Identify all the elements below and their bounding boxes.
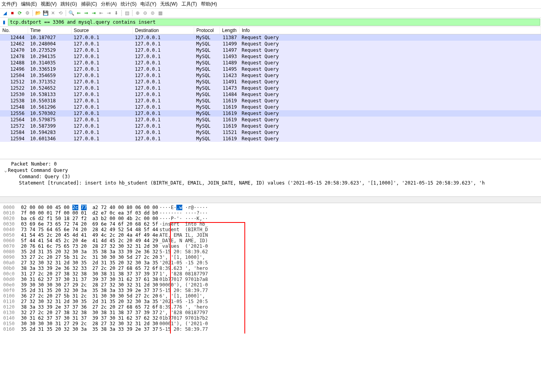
packet-row[interactable]: 1252210.524652127.0.0.1127.0.0.1MySQL114…: [0, 85, 541, 91]
packet-bytes-pane[interactable]: 000002 00 00 00 45 00 2c 77 a2 72 40 00 …: [0, 203, 541, 334]
hex-row[interactable]: 00b038 3a 33 39 2e 36 32 33 27 2c 20 27 …: [3, 266, 538, 271]
packet-details-pane[interactable]: Packet Number: 0 ⌄Request Command Query …: [0, 159, 541, 197]
hex-row[interactable]: 005041 54 45 2c 20 45 4d 41 49 4c 2c 20 …: [3, 232, 538, 238]
packet-row[interactable]: 1249610.336519127.0.0.1127.0.0.1MySQL114…: [0, 66, 541, 72]
menu-tools[interactable]: 工具(T): [182, 1, 197, 8]
packet-row[interactable]: 1250410.354659127.0.0.1127.0.0.1MySQL114…: [0, 72, 541, 79]
hex-row[interactable]: 00a027 32 30 32 31 2d 30 35 2d 31 35 20 …: [3, 260, 538, 266]
hex-row[interactable]: 0020ba c6 d2 f1 50 18 27 f2 a3 b2 00 00 …: [3, 216, 538, 221]
zoom-out-icon[interactable]: ⊖: [142, 10, 148, 16]
reload-icon[interactable]: ⟲: [57, 10, 64, 16]
column-header-destination[interactable]: Destination: [132, 27, 194, 34]
cell-protocol: MySQL: [194, 85, 219, 91]
toolbar-separator: [132, 10, 132, 16]
hex-row[interactable]: 015030 30 30 30 31 27 29 2c 28 27 32 30 …: [3, 321, 538, 326]
packet-row[interactable]: 1255610.570302127.0.0.1127.0.0.1MySQL116…: [0, 110, 541, 117]
packet-row[interactable]: 1258410.594283127.0.0.1127.0.0.1MySQL115…: [0, 129, 541, 136]
cell-info: Request Query: [239, 72, 541, 79]
hex-row[interactable]: 010036 27 2c 20 27 5b 31 2c 31 30 30 30 …: [3, 293, 538, 299]
go-back-icon[interactable]: ⇐: [76, 10, 82, 16]
hex-row[interactable]: 009033 27 2c 20 27 5b 31 2c 31 30 30 30 …: [3, 254, 538, 260]
go-last-icon[interactable]: ⇥: [106, 10, 112, 16]
packet-row[interactable]: 1247810.294135127.0.0.1127.0.0.1MySQL114…: [0, 53, 541, 60]
packet-row[interactable]: 1257210.587399127.0.0.1127.0.0.1MySQL116…: [0, 123, 541, 129]
packet-row[interactable]: 1253010.538133127.0.0.1127.0.0.1MySQL114…: [0, 91, 541, 98]
packet-row[interactable]: 1248810.314035127.0.0.1127.0.0.1MySQL114…: [0, 60, 541, 66]
hex-row[interactable]: 004073 74 75 64 65 6e 74 20 28 42 49 52 …: [3, 227, 538, 232]
hex-row[interactable]: 008035 2d 31 35 20 32 30 3a 35 38 3a 33 …: [3, 249, 538, 254]
restart-capture-icon[interactable]: ⟳: [17, 10, 23, 16]
column-header-source[interactable]: Source: [71, 27, 132, 34]
packet-row[interactable]: 1256410.579875127.0.0.1127.0.0.1MySQL116…: [0, 117, 541, 123]
menu-help[interactable]: 帮助(H): [201, 1, 217, 8]
packet-row[interactable]: 1254810.561296127.0.0.1127.0.0.1MySQL116…: [0, 104, 541, 110]
tree-toggle-icon[interactable]: ⌄: [3, 168, 8, 173]
detail-statement[interactable]: Statement [truncated]: insert into hb_st…: [3, 180, 538, 186]
zoom-in-icon[interactable]: ⊕: [134, 10, 141, 16]
bookmark-filter-icon[interactable]: ▮: [1, 19, 7, 25]
save-file-icon[interactable]: 💾: [42, 10, 49, 16]
cell-destination: 127.0.0.1: [132, 41, 194, 47]
hex-ascii: 1', '828 08187797: [159, 271, 208, 277]
colorize-icon[interactable]: ▤: [124, 10, 130, 16]
menu-file[interactable]: 文件(F): [2, 1, 17, 8]
cell-no: 12548: [0, 104, 28, 110]
hex-row[interactable]: 012038 3a 33 39 2e 37 37 36 27 2c 20 27 …: [3, 304, 538, 310]
detail-request-command[interactable]: ⌄Request Command Query: [3, 167, 538, 173]
hex-row[interactable]: 00e039 30 30 30 30 27 29 2c 28 27 32 30 …: [3, 282, 538, 288]
go-first-icon[interactable]: ⇤: [98, 10, 104, 16]
column-header-info[interactable]: Info: [239, 27, 541, 34]
packet-row[interactable]: 1259410.601346127.0.0.1127.0.0.1MySQL116…: [0, 136, 541, 142]
hex-row[interactable]: 00f035 2d 31 35 20 32 30 3a 35 38 3a 33 …: [3, 288, 538, 293]
cell-no: 12496: [0, 66, 28, 72]
hex-offset: 00e0: [3, 282, 21, 288]
packet-row[interactable]: 1244410.187027127.0.0.1127.0.0.1MySQL113…: [0, 34, 541, 41]
menu-telephony[interactable]: 电话(Y): [140, 1, 156, 8]
cell-destination: 127.0.0.1: [132, 91, 194, 98]
hex-row[interactable]: 00605f 44 41 54 45 2c 20 4e 41 4d 45 2c …: [3, 238, 538, 243]
menu-edit[interactable]: 编辑(E): [21, 1, 37, 8]
capture-options-icon[interactable]: ⚙: [24, 10, 30, 16]
hex-row[interactable]: 007020 76 61 6c 75 65 73 20 28 27 32 30 …: [3, 243, 538, 249]
menu-capture[interactable]: 捕获(C): [81, 1, 97, 8]
hex-row[interactable]: 00107f 00 00 01 7f 00 00 01 d2 e7 0c ea …: [3, 210, 538, 216]
open-file-icon[interactable]: 📂: [35, 10, 41, 16]
auto-scroll-icon[interactable]: ⬇: [113, 10, 119, 16]
packet-row[interactable]: 1247010.273529127.0.0.1127.0.0.1MySQL114…: [0, 47, 541, 53]
hex-row[interactable]: 011027 32 30 32 31 2d 30 35 2d 31 35 20 …: [3, 299, 538, 304]
menu-analyze[interactable]: 分析(A): [101, 1, 117, 8]
column-header-time[interactable]: Time: [28, 27, 71, 34]
hex-row[interactable]: 013032 27 2c 20 27 38 32 38 30 38 31 38 …: [3, 310, 538, 315]
start-capture-icon[interactable]: ◢: [2, 10, 8, 16]
packet-row[interactable]: 1251210.371352127.0.0.1127.0.0.1MySQL114…: [0, 79, 541, 85]
hex-row[interactable]: 003003 69 6e 73 65 72 74 20 69 6e 74 6f …: [3, 221, 538, 227]
detail-packet-number[interactable]: Packet Number: 0: [3, 161, 538, 167]
zoom-reset-icon[interactable]: ⊜: [149, 10, 156, 16]
display-filter-input[interactable]: [8, 19, 540, 26]
packet-row[interactable]: 1246210.248004127.0.0.1127.0.0.1MySQL114…: [0, 41, 541, 47]
column-header-length[interactable]: Length: [219, 27, 239, 34]
stop-capture-icon[interactable]: ■: [9, 10, 15, 16]
hex-row[interactable]: 000002 00 00 00 45 00 2c 77 a2 72 40 00 …: [3, 205, 538, 210]
packet-list-pane[interactable]: No. Time Source Destination Protocol Len…: [0, 27, 541, 159]
menu-go[interactable]: 跳转(G): [61, 1, 77, 8]
hex-row[interactable]: 014030 31 62 37 37 30 31 37 39 37 30 31 …: [3, 315, 538, 321]
menu-stats[interactable]: 统计(S): [121, 1, 136, 8]
menu-wireless[interactable]: 无线(W): [160, 1, 177, 8]
detail-command[interactable]: Command: Query (3): [3, 173, 538, 180]
cell-protocol: MySQL: [194, 66, 219, 72]
hex-row[interactable]: 00d030 31 62 37 37 30 31 37 39 37 30 31 …: [3, 277, 538, 282]
go-to-packet-icon[interactable]: ⇥: [91, 10, 97, 16]
cell-source: 127.0.0.1: [71, 41, 132, 47]
go-forward-icon[interactable]: ⇒: [83, 10, 89, 16]
close-file-icon[interactable]: ✕: [50, 10, 56, 16]
find-icon[interactable]: 🔍: [68, 10, 74, 16]
hex-row[interactable]: 016035 2d 31 35 20 32 30 3a 35 38 3a 33 …: [3, 326, 538, 332]
resize-columns-icon[interactable]: ▦: [157, 10, 163, 16]
menu-view[interactable]: 视图(V): [41, 1, 57, 8]
column-header-protocol[interactable]: Protocol: [194, 27, 219, 34]
packet-row[interactable]: 1253810.550318127.0.0.1127.0.0.1MySQL116…: [0, 98, 541, 104]
column-header-no[interactable]: No.: [0, 27, 28, 34]
hex-row[interactable]: 00c031 27 2c 20 27 38 32 38 30 38 31 38 …: [3, 271, 538, 277]
horizontal-scrollbar[interactable]: [0, 197, 541, 203]
